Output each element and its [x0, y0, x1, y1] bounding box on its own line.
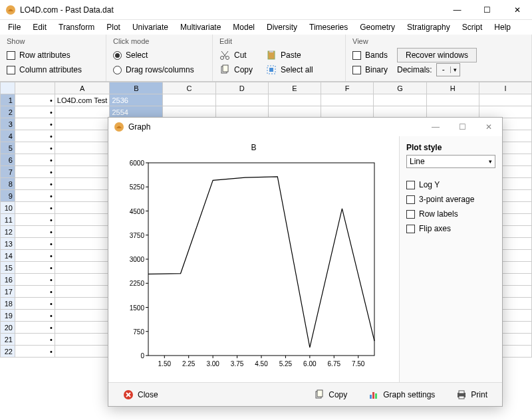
cell[interactable] [55, 142, 110, 154]
plot-style-select[interactable]: Line ▾ [406, 155, 495, 168]
row-header[interactable]: 18 [1, 298, 15, 310]
row-header[interactable]: 19 [1, 310, 15, 322]
column-attributes-checkbox[interactable]: Column attributes [7, 62, 99, 77]
menu-help[interactable]: Help [489, 21, 516, 33]
cell[interactable] [55, 214, 110, 226]
row-labels-checkbox[interactable]: Row labels [406, 207, 495, 221]
row-header[interactable]: 3 [1, 118, 15, 130]
row-header[interactable]: 10 [1, 202, 15, 214]
cell[interactable] [55, 334, 110, 346]
cell[interactable] [374, 106, 426, 118]
cell[interactable] [55, 286, 110, 298]
cell[interactable] [55, 346, 110, 358]
cell[interactable] [55, 298, 110, 310]
minimize-button[interactable]: — [442, 0, 472, 20]
cell[interactable] [55, 178, 110, 190]
cell[interactable] [426, 94, 479, 106]
cell[interactable] [55, 250, 110, 262]
cell[interactable]: 2536 [110, 94, 163, 106]
row-header[interactable]: 16 [1, 274, 15, 286]
col-header-C[interactable]: C [163, 82, 215, 94]
col-header-I[interactable]: I [479, 82, 531, 94]
cell[interactable] [55, 238, 110, 250]
cell[interactable] [55, 118, 110, 130]
cell[interactable] [215, 94, 268, 106]
row-header[interactable]: 11 [1, 214, 15, 226]
row-header[interactable]: 20 [1, 322, 15, 334]
cell[interactable] [55, 190, 110, 202]
cell[interactable] [215, 106, 268, 118]
close-button[interactable]: ✕ [502, 0, 532, 20]
row-header[interactable]: 14 [1, 250, 15, 262]
row-header[interactable]: 2 [1, 106, 15, 118]
cell[interactable] [163, 106, 215, 118]
drag-radio[interactable]: Drag rows/columns [113, 62, 205, 77]
graph-print-button[interactable]: Print [448, 387, 495, 403]
row-header[interactable]: 22 [1, 346, 15, 358]
cell[interactable] [163, 94, 215, 106]
select-all-button[interactable]: Select all [266, 62, 313, 77]
cut-button[interactable]: Cut [219, 48, 253, 62]
cell[interactable] [268, 106, 321, 118]
row-header[interactable]: 7 [1, 166, 15, 178]
decimals-select[interactable]: - ▾ [436, 63, 460, 76]
cell[interactable] [55, 262, 110, 274]
cell[interactable] [55, 274, 110, 286]
row-header[interactable]: 6 [1, 154, 15, 166]
3point-avg-checkbox[interactable]: 3-point average [406, 192, 495, 207]
cell[interactable] [55, 166, 110, 178]
col-header-B[interactable]: B [110, 82, 163, 94]
cell[interactable] [55, 130, 110, 142]
graph-close-button[interactable]: ✕ [475, 118, 502, 136]
row-header[interactable]: 5 [1, 142, 15, 154]
cell[interactable] [479, 106, 531, 118]
row-header[interactable]: 15 [1, 262, 15, 274]
menu-stratigraphy[interactable]: Stratigraphy [402, 21, 456, 33]
row-header[interactable]: 21 [1, 334, 15, 346]
cell[interactable] [321, 106, 374, 118]
cell[interactable] [55, 322, 110, 334]
cell[interactable] [479, 94, 531, 106]
graph-minimize-button[interactable]: — [422, 118, 449, 136]
cell[interactable] [426, 106, 479, 118]
cell[interactable] [55, 202, 110, 214]
menu-multivariate[interactable]: Multivariate [175, 21, 226, 33]
flip-axes-checkbox[interactable]: Flip axes [406, 221, 495, 236]
graph-maximize-button[interactable]: ☐ [449, 118, 475, 136]
row-header[interactable]: 13 [1, 238, 15, 250]
row-header[interactable]: 9 [1, 190, 15, 202]
menu-model[interactable]: Model [227, 21, 260, 33]
cell[interactable] [55, 106, 110, 118]
cell[interactable] [374, 94, 426, 106]
graph-copy-button[interactable]: Copy [306, 387, 355, 403]
cell[interactable]: 2554 [110, 106, 163, 118]
cell[interactable] [321, 94, 374, 106]
menu-transform[interactable]: Transform [53, 21, 100, 33]
menu-edit[interactable]: Edit [27, 21, 52, 33]
recover-windows-button[interactable]: Recover windows [397, 48, 477, 62]
menu-diversity[interactable]: Diversity [261, 21, 303, 33]
cell[interactable] [55, 226, 110, 238]
row-attributes-checkbox[interactable]: Row attributes [7, 48, 99, 62]
paste-button[interactable]: Paste [266, 48, 313, 62]
cell[interactable] [268, 94, 321, 106]
cell[interactable]: LO4D.com Test [55, 94, 110, 106]
row-header[interactable]: 8 [1, 178, 15, 190]
col-header-G[interactable]: G [374, 82, 426, 94]
col-header-A[interactable]: A [55, 82, 110, 94]
log-y-checkbox[interactable]: Log Y [406, 177, 495, 192]
col-header-D[interactable]: D [215, 82, 268, 94]
select-radio[interactable]: Select [113, 48, 205, 62]
col-header-H[interactable]: H [426, 82, 479, 94]
graph-settings-button[interactable]: Graph settings [360, 387, 443, 403]
row-header[interactable]: 4 [1, 130, 15, 142]
menu-geometry[interactable]: Geometry [354, 21, 400, 33]
binary-checkbox[interactable]: Binary [352, 62, 388, 77]
menu-file[interactable]: File [3, 21, 26, 33]
menu-timeseries[interactable]: Timeseries [304, 21, 353, 33]
col-header-F[interactable]: F [321, 82, 374, 94]
row-header[interactable]: 12 [1, 226, 15, 238]
row-header[interactable]: 1 [1, 94, 15, 106]
maximize-button[interactable]: ☐ [472, 0, 502, 20]
bands-checkbox[interactable]: Bands [352, 48, 388, 62]
